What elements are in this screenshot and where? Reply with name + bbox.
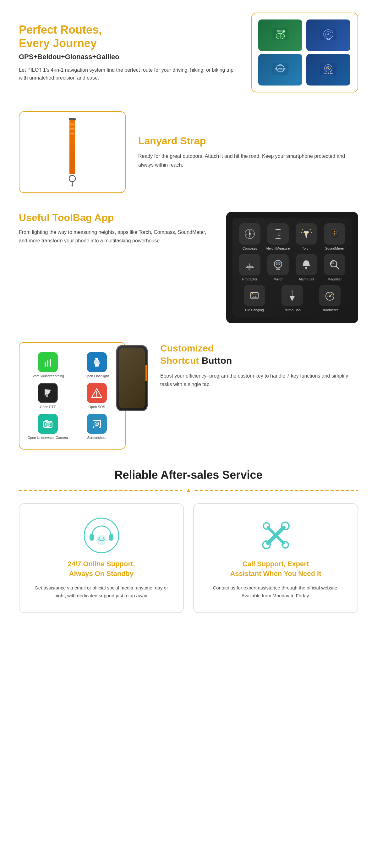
tool-compass-icon: N S W E [239,223,261,245]
svg-rect-101 [109,534,113,541]
svg-point-37 [305,232,308,234]
svg-rect-79 [96,366,98,366]
svg-line-39 [302,229,303,230]
svg-line-40 [309,229,311,230]
svg-point-87 [50,422,52,423]
tool-barometer: Baromerer [313,285,347,312]
shortcut-icon-soundrecording [38,352,58,372]
toolbag-desc: From lighting the way to measuring heigh… [19,228,214,245]
svg-point-48 [334,233,335,235]
svg-point-66 [292,290,293,292]
toolbag-grid: N S W E Compass [238,223,347,250]
svg-text:E: E [253,233,254,235]
svg-point-53 [276,262,280,265]
gps-logo-galileo: GALILEO [306,54,350,86]
tool-magnifier-label: Magnifier [328,277,342,281]
shortcut-item-soundrecording: Start Soundrecording [26,352,70,378]
aftersales-card-desc-support: Get assistance via email or official soc… [29,584,174,600]
aftersales-card-desc-call: Contact us for expert assistance through… [203,584,348,600]
shortcut-label-soundrecording: Start Soundrecording [31,374,64,378]
svg-point-57 [306,260,307,261]
svg-line-59 [336,266,339,269]
gps-subtitle: GPS+Beidou+Glonass+Galileo [19,53,239,61]
toolbag-card: N S W E Compass [226,212,358,323]
svg-rect-76 [95,358,98,360]
toolbag-title: Useful ToolBag App [19,212,214,223]
tool-height: HeightMeasure [266,223,290,250]
divider-line-left [19,490,182,491]
tool-height-icon [267,223,289,245]
svg-text:S: S [249,236,250,238]
lanyard-text-block: Lanyard Strap Ready for the great outdoo… [138,135,358,169]
shortcut-section: Start Soundrecording Open Flashlight [0,336,377,462]
tool-torch-icon [296,223,317,245]
svg-point-107 [281,522,289,530]
aftersales-divider: ▲ [19,487,358,494]
gps-logo-glonass: GLONASS [258,54,302,86]
svg-point-102 [97,535,106,545]
svg-point-104 [103,537,104,538]
shortcut-item-underwater-camera: Open Underwater Camera [26,414,70,439]
lanyard-section: Lanyard Strap Ready for the great outdoo… [0,105,377,206]
svg-point-110 [263,523,270,529]
tool-soundmeter-icon [324,223,345,245]
svg-point-106 [263,541,270,549]
gps-section: Perfect Routes,Every Journey GPS+Beidou+… [0,0,377,105]
tool-plumb-bob-label: Plumb Bob [284,308,301,312]
toolbag-text: Useful ToolBag App From lighting the way… [19,212,214,245]
tool-mirror-label: Mirror [274,277,283,281]
svg-text:N: N [249,230,250,232]
shortcut-label-sos: Open SOS [88,405,105,409]
aftersales-card-call-support: Call Support, Expert Assistant When You … [193,503,358,613]
tool-alarm-icon [296,254,317,275]
tool-plumb-bob-icon [281,285,303,306]
divider-line-right [195,490,358,491]
shortcut-icons-grid: Start Soundrecording Open Flashlight [26,352,119,439]
tool-alarm: Alarm bell [294,254,318,281]
shortcut-icon-sos [87,383,107,403]
svg-rect-86 [45,420,48,421]
gps-description: Let PILOT 1's 4-in-1 navigation system f… [19,66,239,82]
toolbag-section: Useful ToolBag App From lighting the way… [0,206,377,336]
shortcut-item-sos: Open SOS [75,383,119,409]
tool-compass-label: Compass [243,246,257,250]
tool-magnifier: Magnifier [322,254,347,281]
tool-protractor-icon: 90° [239,254,261,275]
shortcut-item-screenshots: Screenshots [75,414,119,439]
shortcut-label-ptt: Open PTT [40,405,56,409]
shortcut-icon-underwater-camera [38,414,58,434]
gps-logo-gps: GPS [258,20,302,51]
tool-alarm-label: Alarm bell [299,277,314,281]
tool-pic-hanging-label: Pic Hanging [245,308,264,312]
aftersales-section: Reliable After-sales Service ▲ [0,462,377,626]
svg-point-5 [283,30,285,33]
shortcut-icon-ptt [38,383,58,403]
aftersales-card-title-support: 24/7 Online Support, Always On Standby [68,559,135,579]
shortcut-icon-flashlight [87,352,107,372]
svg-text:GALILEO: GALILEO [323,72,333,74]
tool-torch: Torch [294,223,318,250]
tool-compass: N S W E Compass [238,223,262,250]
aftersales-title: Reliable After-sales Service [19,468,358,482]
shortcut-card: Start Soundrecording Open Flashlight [19,342,126,450]
svg-point-103 [99,537,100,538]
shortcut-icon-screenshots [87,414,107,434]
shortcut-item-ptt: Open PTT [26,383,70,409]
aftersales-icon-support [82,517,120,554]
tool-plumb-bob: Plumb Bob [275,285,309,312]
lanyard-desc: Ready for the great outdoors. Attach it … [138,152,358,169]
svg-point-109 [282,542,288,548]
svg-point-22 [72,185,73,187]
aftersales-cards: 24/7 Online Support, Always On Standby G… [19,503,358,613]
lanyard-card [19,111,126,193]
tool-torch-label: Torch [302,246,311,250]
shortcut-text: CustomizedShortcut Button Boost your eff… [160,342,358,389]
gps-text-block: Perfect Routes,Every Journey GPS+Beidou+… [19,23,239,82]
svg-text:GLONASS: GLONASS [275,68,285,70]
svg-rect-75 [49,359,51,367]
tool-magnifier-icon [324,254,345,275]
tool-mirror: Mirror [266,254,290,281]
lanyard-visual [66,118,78,186]
gps-logo-beidou: 北斗 [306,20,350,51]
shortcut-label-flashlight: Open Flashlight [84,374,109,378]
